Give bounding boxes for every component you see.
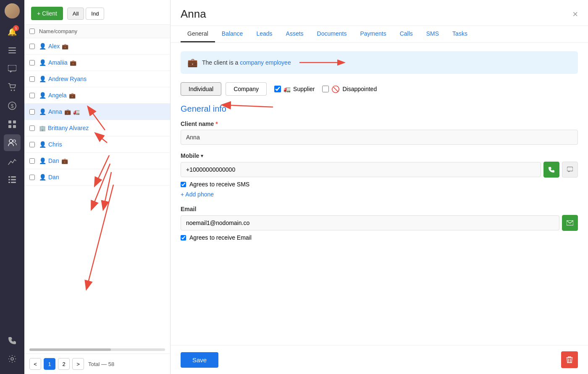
total-count: Total — 58 [88,361,114,367]
filter-tab-all[interactable]: All [67,8,84,20]
filter-tabs: All Ind [67,8,105,20]
sms-consent-checkbox[interactable] [181,182,186,187]
client-name: 👤 Chris [39,141,62,148]
client-row[interactable]: 👤 Alex 💼 [24,38,170,55]
supplier-label: Supplier [293,86,315,92]
client-row[interactable]: 👤 Dan [24,169,170,186]
client-row[interactable]: 👤 Amaliia 💼 [24,55,170,71]
disappointed-group: 🚫 Disappointed [322,85,377,93]
tab-general[interactable]: General [181,26,215,42]
detail-title: Anna [181,8,206,26]
chat-icon[interactable] [4,60,21,77]
row-checkbox[interactable] [29,60,35,65]
dollar-icon[interactable]: $ [4,97,21,114]
person-icon: 👤 [39,108,46,115]
svg-point-12 [9,139,13,143]
tab-calls[interactable]: Calls [393,26,420,42]
row-checkbox[interactable] [29,93,35,98]
add-phone-link[interactable]: + Add phone [181,191,214,198]
company-employee-banner: 💼 The client is a company employee [181,51,578,74]
client-row[interactable]: 👤 Chris [24,136,170,153]
cart-icon[interactable] [4,79,21,96]
tabs: General Balance Leads Assets Documents P… [171,26,588,43]
email-row [181,215,578,231]
list-header: + Client All Ind [24,0,170,24]
chart-icon[interactable] [4,153,21,170]
phone-input[interactable] [181,162,541,177]
tab-tasks[interactable]: Tasks [446,26,474,42]
page-2-button[interactable]: 2 [58,358,70,370]
filter-tab-ind[interactable]: Ind [86,8,104,20]
tab-leads[interactable]: Leads [249,26,279,42]
mobile-label[interactable]: Mobile ▾ [181,152,578,159]
svg-rect-1 [8,50,16,51]
client-row[interactable]: 👤 Dan 💼 [24,153,170,169]
disappointed-checkbox[interactable] [322,86,329,92]
row-checkbox[interactable] [29,44,35,49]
individual-button[interactable]: Individual [181,82,221,96]
client-row[interactable]: 👤 Andrew Ryans [24,71,170,87]
client-name: 🏢 Brittany Alvarez [39,125,89,131]
briefcase-icon: 💼 [70,60,76,66]
email-consent-checkbox[interactable] [181,235,186,241]
email-input[interactable] [181,215,559,230]
row-checkbox[interactable] [29,76,35,82]
briefcase-icon: 💼 [62,43,68,50]
row-checkbox[interactable] [29,175,35,180]
svg-rect-0 [8,47,16,48]
avatar[interactable] [5,3,20,18]
tab-payments[interactable]: Payments [353,26,393,42]
row-checkbox[interactable] [29,142,35,147]
svg-point-5 [14,90,15,91]
delete-button[interactable] [561,351,578,368]
detail-content: 💼 The client is a company employee Indiv… [171,43,588,345]
tab-assets[interactable]: Assets [279,26,310,42]
svg-rect-14 [8,176,10,178]
person-icon: 👤 [39,174,46,180]
prev-page-button[interactable]: < [29,358,41,370]
notification-icon[interactable]: 🔔 1 [4,24,21,40]
client-name: 👤 Andrew Ryans [39,76,87,82]
tab-balance[interactable]: Balance [215,26,250,42]
company-button[interactable]: Company [226,82,267,96]
close-button[interactable]: × [572,9,578,25]
company-employee-link[interactable]: company employee [240,59,291,66]
contacts-icon[interactable] [4,134,21,151]
svg-rect-17 [11,179,16,180]
tab-documents[interactable]: Documents [310,26,354,42]
person-icon: 👤 [39,141,46,148]
client-name-input[interactable] [181,130,578,145]
person-icon: 👤 [39,76,46,82]
sms-button[interactable] [562,162,578,178]
sidebar: 🔔 1 $ [0,0,24,374]
row-checkbox[interactable] [29,109,35,115]
row-checkbox[interactable] [29,158,35,164]
select-all-checkbox[interactable] [29,29,35,34]
notification-badge: 1 [13,25,19,31]
building-icon: 🏢 [39,125,46,131]
save-button[interactable]: Save [181,352,218,368]
call-button[interactable] [543,162,559,178]
client-row[interactable]: 👤 Angela 💼 [24,87,170,104]
client-name: 👤 Dan 💼 [39,157,68,164]
supplier-checkbox[interactable] [274,86,281,92]
filter-icon[interactable] [4,42,21,59]
send-email-button[interactable] [562,215,578,231]
add-client-button[interactable]: + Client [31,7,63,20]
tab-sms[interactable]: SMS [420,26,446,42]
pagination: < 1 2 > Total — 58 [24,353,170,374]
scrollbar[interactable] [29,348,165,351]
next-page-button[interactable]: > [72,358,84,370]
svg-rect-8 [8,120,11,123]
row-checkbox[interactable] [29,126,35,131]
email-group: Email Agrees to receive Email [181,206,578,241]
page-1-button[interactable]: 1 [44,358,55,370]
client-row[interactable]: 👤 Anna 💼 🚛 [24,104,170,120]
grid-icon[interactable] [4,116,21,133]
svg-rect-3 [8,65,16,71]
phone-sidebar-icon[interactable] [4,332,21,349]
banner-text: The client is a company employee [202,59,291,66]
list-icon[interactable] [4,171,21,188]
settings-icon[interactable] [4,350,21,367]
client-row[interactable]: 🏢 Brittany Alvarez [24,120,170,136]
